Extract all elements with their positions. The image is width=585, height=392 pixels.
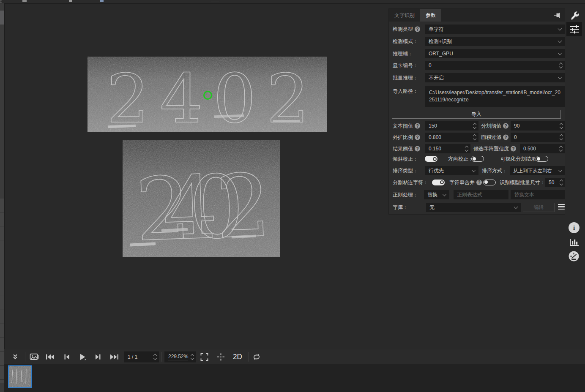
spinner-arrows-icon[interactable]: [560, 180, 563, 185]
help-icon[interactable]: ?: [511, 146, 516, 152]
candidate-confidence-label: 候选字符置信度?: [473, 145, 516, 152]
expand-ratio-label: 外扩比例?: [393, 134, 420, 141]
text-threshold-spinner[interactable]: 150: [425, 121, 478, 131]
toolbar-separator: [161, 352, 162, 362]
import-path-field[interactable]: C:/Users/leaper/Desktop/transfer_station…: [425, 86, 565, 107]
skip-first-icon[interactable]: [46, 354, 55, 360]
help-icon[interactable]: ?: [415, 146, 420, 152]
row-gpu-id: 显卡编号： 0: [393, 61, 562, 70]
hamburger-icon[interactable]: [558, 204, 565, 210]
result-threshold-label: 结果阈值?: [393, 145, 420, 152]
annotation-circle[interactable]: [203, 91, 212, 100]
result-threshold-spinner[interactable]: 0.150: [425, 144, 470, 153]
gpu-id-spinner[interactable]: 0: [425, 61, 565, 70]
play-icon[interactable]: [79, 353, 86, 361]
tilt-correction-toggle[interactable]: [425, 156, 437, 162]
area-filter-spinner[interactable]: 0: [511, 133, 565, 142]
candidate-confidence-spinner[interactable]: 0.500: [520, 144, 565, 153]
help-icon[interactable]: ?: [503, 123, 508, 129]
row-toggles-2: 分割粘连字符： 字符串合并? 识别模型批量尺寸： 50: [393, 178, 562, 187]
spinner-arrows-icon[interactable]: [154, 354, 156, 359]
help-icon[interactable]: ?: [415, 135, 420, 140]
detect-mode-select[interactable]: 检测+识别: [425, 37, 565, 46]
spinner-arrows-icon[interactable]: [465, 146, 468, 151]
spinner-arrows-icon[interactable]: [560, 123, 563, 128]
batch-size-label: 识别模型批量尺寸：: [500, 179, 545, 186]
batch-inference-label: 批量推理：: [393, 74, 418, 82]
left-rail-rows[interactable]: [0, 199, 4, 383]
chevron-down-icon: [558, 39, 562, 43]
sliders-icon[interactable]: [569, 24, 580, 34]
cropped-divider: [211, 2, 219, 2]
cropped-icon: [69, 0, 72, 2]
parameter-panel: 文字识别 参数 检测类型? 单字符 检测模式： 检测+识别 推理端： ORT_G…: [388, 8, 565, 215]
edit-charset-button[interactable]: 编辑: [523, 203, 555, 212]
row-thresholds-1: 文本阈值? 150 分割阈值? 90: [393, 121, 562, 131]
tab-parameters[interactable]: 参数: [420, 9, 441, 22]
inference-label: 推理端：: [393, 50, 413, 57]
playback-toolbar: 1 / 1 229.52% 2D: [4, 349, 585, 364]
expand-ratio-spinner[interactable]: 0.800: [425, 133, 478, 142]
batch-size-spinner[interactable]: 50: [545, 178, 565, 187]
center-view-icon[interactable]: [217, 353, 225, 361]
next-frame-icon[interactable]: [95, 354, 101, 360]
charset-select[interactable]: 无: [426, 203, 521, 212]
image-icon[interactable]: [30, 353, 39, 361]
spinner-arrows-icon[interactable]: [191, 354, 194, 359]
sort-order-select[interactable]: 从上到下从左到右: [510, 166, 565, 175]
split-glued-toggle[interactable]: [432, 180, 445, 185]
replace-text-input[interactable]: [511, 190, 565, 199]
string-merge-toggle[interactable]: [483, 180, 496, 185]
row-toggles-1: 倾斜校正： 方向校正： 可视化分割结果：: [393, 155, 562, 163]
inference-select[interactable]: ORT_GPU: [425, 49, 565, 58]
tab-text-recognition[interactable]: 文字识别: [389, 9, 420, 22]
row-detect-type: 检测类型? 单字符: [393, 24, 562, 34]
import-path-label: 导入路径：: [393, 88, 418, 95]
spinner-arrows-icon[interactable]: [473, 123, 476, 128]
help-icon[interactable]: ?: [503, 135, 508, 140]
spinner-arrows-icon[interactable]: [560, 135, 563, 140]
gauge-icon[interactable]: [568, 250, 580, 262]
area-filter-label: 面积过滤?: [481, 134, 508, 141]
toolbar-separator: [248, 352, 249, 362]
collapse-icon[interactable]: [12, 354, 19, 360]
toolbar-separator: [25, 352, 25, 362]
split-glued-label: 分割粘连字符：: [393, 179, 428, 186]
regex-expression-input[interactable]: [454, 190, 508, 199]
detect-type-select[interactable]: 单字符: [425, 24, 565, 34]
loop-icon[interactable]: [252, 353, 261, 360]
thumbnail-selected[interactable]: [8, 365, 32, 388]
chevron-down-icon: [558, 27, 562, 31]
bar-chart-icon[interactable]: [569, 236, 580, 247]
wrench-icon[interactable]: [569, 10, 580, 21]
zoom-spinner[interactable]: 229.52%: [164, 351, 196, 362]
skip-last-icon[interactable]: [110, 354, 119, 360]
page-spinner[interactable]: 1 / 1: [124, 351, 159, 362]
pin-icon[interactable]: [554, 12, 560, 19]
spinner-arrows-icon[interactable]: [560, 146, 562, 151]
import-button[interactable]: 导入: [392, 110, 561, 119]
prev-frame-icon[interactable]: [64, 354, 70, 360]
info-icon[interactable]: i: [569, 222, 580, 233]
batch-inference-select[interactable]: 不开启: [425, 73, 565, 82]
tilt-correction-label: 倾斜校正：: [393, 155, 418, 163]
sample-image-bottom[interactable]: 2402: [123, 140, 280, 257]
charset-label: 字库：: [393, 204, 408, 211]
spinner-arrows-icon[interactable]: [473, 135, 476, 140]
cropped-icon: [100, 0, 104, 2]
left-rail-selected-row[interactable]: [0, 11, 4, 24]
help-icon[interactable]: ?: [415, 27, 420, 32]
regex-mode-select[interactable]: 替换: [424, 190, 449, 199]
row-sort: 排序类型： 行优先 排序方式： 从上到下从左到右: [393, 166, 562, 175]
sort-type-select[interactable]: 行优先: [425, 166, 478, 175]
help-icon[interactable]: ?: [415, 123, 420, 129]
2d-mode-button[interactable]: 2D: [233, 353, 242, 361]
engraved-digits: 2402: [134, 155, 273, 257]
spinner-arrows-icon[interactable]: [560, 63, 562, 68]
row-inference: 推理端： ORT_GPU: [393, 49, 562, 58]
split-threshold-spinner[interactable]: 90: [511, 121, 565, 131]
visualize-split-toggle[interactable]: [536, 156, 548, 162]
direction-correction-toggle[interactable]: [471, 156, 484, 162]
fit-view-icon[interactable]: [200, 353, 208, 361]
help-icon[interactable]: ?: [476, 180, 482, 185]
